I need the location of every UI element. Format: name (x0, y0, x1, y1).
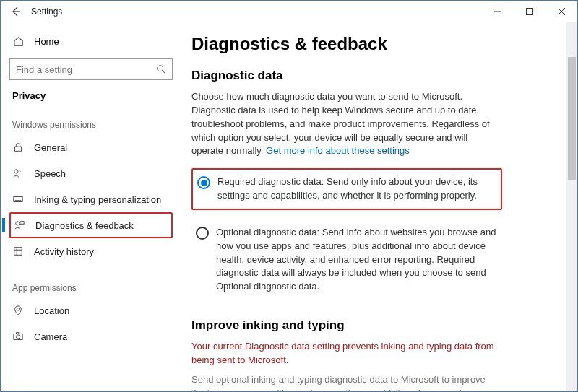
radio-button-icon (197, 176, 210, 189)
search-icon (156, 64, 166, 74)
sidebar-group-windows: Windows permissions (9, 120, 173, 130)
radio-button-icon (196, 227, 209, 240)
sidebar-item-label: Diagnostics & feedback (35, 220, 134, 231)
search-input[interactable] (9, 58, 173, 80)
section-title-inking: Improve inking and typing (191, 318, 563, 333)
camera-icon (12, 331, 24, 341)
sidebar-item-location[interactable]: Location (9, 297, 173, 323)
sidebar: Home Privacy Windows permissions General… (1, 22, 181, 391)
location-icon (12, 305, 24, 315)
home-button[interactable]: Home (9, 28, 173, 54)
sidebar-item-label: Speech (34, 168, 66, 179)
svg-rect-12 (20, 222, 24, 225)
scrollbar-thumb[interactable] (568, 57, 576, 180)
svg-point-16 (17, 308, 20, 311)
radio-required-diagnostic[interactable]: Required diagnostic data: Send only info… (191, 168, 502, 210)
sidebar-item-label: Location (34, 305, 69, 316)
section-title-diagnostic: Diagnostic data (191, 69, 563, 83)
titlebar: Settings (1, 1, 577, 22)
sidebar-item-activity[interactable]: Activity history (9, 238, 173, 264)
back-button[interactable] (5, 1, 27, 22)
svg-rect-1 (527, 9, 533, 15)
keyboard-icon (12, 194, 24, 204)
radio-optional-label: Optional diagnostic data: Send info abou… (216, 226, 498, 294)
sidebar-item-camera[interactable]: Camera (9, 323, 173, 349)
sidebar-item-inking[interactable]: Inking & typing personalization (9, 186, 173, 212)
close-button[interactable] (545, 1, 577, 22)
radio-optional-diagnostic[interactable]: Optional diagnostic data: Send info abou… (191, 220, 502, 300)
home-label: Home (34, 36, 59, 47)
inking-warning: Your current Diagnostic data setting pre… (191, 340, 495, 367)
svg-point-18 (16, 335, 20, 339)
svg-point-7 (14, 170, 18, 173)
svg-point-4 (158, 66, 163, 71)
search-field[interactable] (16, 64, 146, 75)
diagnostic-description: Choose how much diagnostic data you want… (191, 90, 495, 158)
sidebar-item-label: General (34, 142, 67, 153)
window-controls (482, 1, 577, 22)
svg-rect-6 (15, 147, 22, 151)
inking-description: Send optional inking and typing diagnost… (191, 373, 495, 391)
activity-icon (12, 246, 24, 256)
sidebar-section-title: Privacy (9, 90, 173, 101)
maximize-button[interactable] (514, 1, 545, 22)
svg-line-5 (163, 71, 165, 74)
svg-rect-8 (14, 197, 22, 202)
sidebar-item-label: Activity history (34, 246, 94, 257)
content-pane: Diagnostics & feedback Diagnostic data C… (181, 22, 577, 391)
sidebar-item-speech[interactable]: Speech (9, 160, 173, 186)
speech-icon (12, 168, 24, 178)
lock-icon (12, 142, 24, 152)
svg-rect-13 (14, 248, 22, 256)
content-scrollbar[interactable] (566, 22, 577, 391)
sidebar-item-general[interactable]: General (9, 134, 173, 160)
window-title: Settings (27, 6, 62, 17)
sidebar-item-diagnostics[interactable]: Diagnostics & feedback (9, 212, 173, 238)
svg-rect-19 (16, 333, 19, 334)
minimize-button[interactable] (482, 1, 514, 22)
radio-required-label: Required diagnostic data: Send only info… (217, 175, 496, 203)
home-icon (12, 36, 24, 47)
svg-point-11 (16, 222, 20, 225)
sidebar-item-label: Inking & typing personalization (34, 194, 161, 205)
feedback-icon (14, 220, 25, 230)
page-title: Diagnostics & feedback (191, 34, 563, 54)
sidebar-group-app: App permissions (9, 283, 173, 293)
more-info-link[interactable]: Get more info about these settings (266, 145, 410, 156)
sidebar-item-label: Camera (34, 331, 67, 342)
